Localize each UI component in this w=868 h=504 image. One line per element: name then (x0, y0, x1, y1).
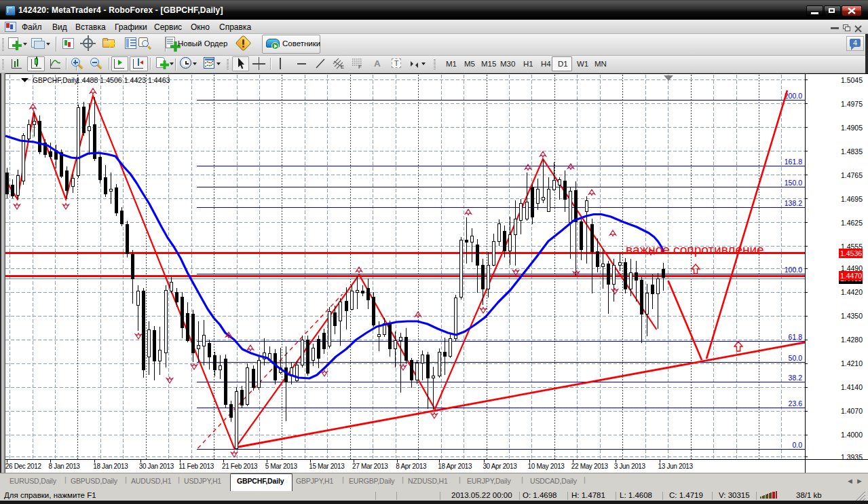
svg-text:1.4140: 1.4140 (841, 383, 863, 391)
svg-text:F: F (358, 64, 362, 69)
svg-text:26 Dec 2012: 26 Dec 2012 (5, 463, 41, 470)
svg-text:30 Jan 2013: 30 Jan 2013 (139, 463, 174, 470)
svg-text:1.4210: 1.4210 (841, 359, 863, 367)
svg-text:61.8: 61.8 (789, 333, 803, 341)
svg-text:3 Jun 2013: 3 Jun 2013 (614, 463, 646, 470)
svg-text:1.4625: 1.4625 (841, 219, 863, 227)
svg-text:1.4000: 1.4000 (841, 431, 863, 439)
svg-text:1.4350: 1.4350 (841, 312, 863, 320)
svg-text:50.0: 50.0 (789, 354, 803, 362)
svg-text:1.4536: 1.4536 (840, 249, 862, 257)
svg-text:11 Feb 2013: 11 Feb 2013 (178, 463, 214, 470)
svg-text:18 Jan 2013: 18 Jan 2013 (93, 463, 128, 470)
svg-text:1.4420: 1.4420 (841, 288, 863, 296)
svg-text:1.4905: 1.4905 (841, 124, 863, 132)
svg-text:38.2: 38.2 (789, 374, 803, 382)
svg-text:8 Jan 2013: 8 Jan 2013 (49, 463, 81, 470)
svg-text:GBPCHF,Daily: GBPCHF,Daily (33, 77, 79, 84)
svg-text:1.4975: 1.4975 (841, 100, 863, 108)
svg-text:30 Apr 2013: 30 Apr 2013 (483, 463, 517, 470)
svg-text:150.0: 150.0 (785, 179, 802, 187)
svg-text:1.4695: 1.4695 (841, 195, 863, 203)
svg-text:23.6: 23.6 (789, 399, 803, 408)
svg-text:важное сопротивление: важное сопротивление (626, 242, 764, 257)
svg-text:8 Apr 2013: 8 Apr 2013 (396, 463, 427, 470)
svg-text:1.4835: 1.4835 (841, 147, 863, 156)
svg-text:10 May 2013: 10 May 2013 (528, 463, 565, 470)
svg-text:0.0: 0.0 (792, 441, 802, 449)
svg-text:100.0: 100.0 (785, 266, 802, 274)
svg-text:1.5045: 1.5045 (841, 76, 863, 84)
svg-text:15 Mar 2013: 15 Mar 2013 (309, 463, 345, 470)
svg-text:18 Apr 2013: 18 Apr 2013 (438, 463, 472, 470)
svg-text:1.4070: 1.4070 (841, 407, 863, 415)
svg-text:E: E (341, 64, 344, 69)
svg-text:13 Jun 2013: 13 Jun 2013 (658, 463, 694, 470)
svg-text:22 May 2013: 22 May 2013 (571, 463, 609, 470)
svg-text:1.4488 1.4506 1.4423 1.4463: 1.4488 1.4506 1.4423 1.4463 (76, 76, 170, 84)
svg-text:138.2: 138.2 (785, 199, 802, 207)
svg-text:1.4280: 1.4280 (841, 336, 863, 344)
svg-text:21 Feb 2013: 21 Feb 2013 (222, 463, 258, 470)
svg-text:27 Mar 2013: 27 Mar 2013 (352, 463, 388, 470)
svg-text:5 Mar 2013: 5 Mar 2013 (265, 463, 298, 470)
svg-text:1.4470: 1.4470 (840, 272, 862, 280)
svg-text:161.8: 161.8 (785, 158, 802, 166)
svg-text:1.4765: 1.4765 (841, 171, 863, 179)
